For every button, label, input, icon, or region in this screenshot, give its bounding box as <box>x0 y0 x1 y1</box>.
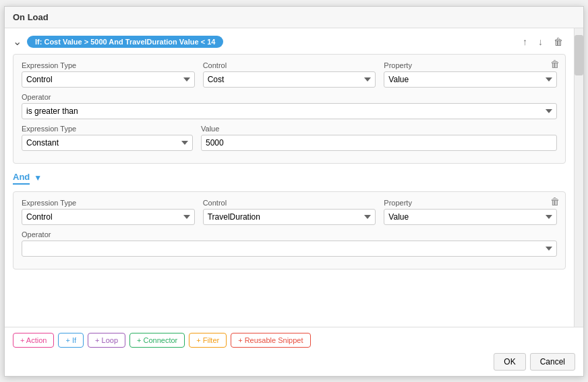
footer-ok-cancel: OK Cancel <box>13 353 575 371</box>
add-connector-button[interactable]: + Connector <box>129 333 185 348</box>
title-text: On Load <box>13 12 49 22</box>
condition-left: ⌄ If: Cost Value > 5000 And TravelDurati… <box>13 35 223 48</box>
condition2-row2: Operator <box>22 230 557 257</box>
operator-label-2: Operator <box>22 230 557 238</box>
if-badge: If: Cost Value > 5000 And TravelDuration… <box>27 36 223 48</box>
add-filter-button[interactable]: + Filter <box>189 333 227 348</box>
move-down-button[interactable]: ↓ <box>535 35 546 49</box>
expression-type-label-2: Expression Type <box>22 199 195 207</box>
condition-box-2: 🗑 Expression Type Control Control Travel… <box>13 191 566 269</box>
add-snippet-button[interactable]: + Reusable Snippet <box>231 333 310 348</box>
condition1-row1: Expression Type Control Control Cost Pro… <box>22 61 557 88</box>
and-connector: And ▼ <box>13 169 566 187</box>
action-buttons: + Action + If + Loop + Connector + Filte… <box>13 333 575 348</box>
expression-type2-group-1: Expression Type Constant <box>22 125 193 151</box>
cancel-button[interactable]: Cancel <box>530 353 575 371</box>
add-action-button[interactable]: + Action <box>13 333 54 348</box>
expression-type-select-1[interactable]: Control <box>22 71 195 88</box>
condition-box-1: 🗑 Expression Type Control Control Cost <box>13 54 566 164</box>
expression-type-group-2: Expression Type Control <box>22 199 195 225</box>
scrollbar-thumb[interactable] <box>575 35 583 75</box>
expression-type-label-1: Expression Type <box>22 61 195 69</box>
delete-condition-button[interactable]: 🗑 <box>551 35 566 49</box>
condition1-row3: Expression Type Constant Value <box>22 125 557 151</box>
add-if-button[interactable]: + If <box>58 333 84 348</box>
property-label-2: Property <box>384 199 557 207</box>
dialog-title: On Load <box>5 7 583 28</box>
delete-row-1-button[interactable]: 🗑 <box>550 59 560 69</box>
operator-group-1: Operator is greater than <box>22 93 557 119</box>
operator-label-1: Operator <box>22 93 557 101</box>
delete-row-2-button[interactable]: 🗑 <box>550 196 560 207</box>
dialog-footer: + Action + If + Loop + Connector + Filte… <box>5 327 583 376</box>
condition-header-right: ↑ ↓ 🗑 <box>520 35 566 49</box>
and-dropdown-icon[interactable]: ▼ <box>34 173 42 183</box>
move-up-button[interactable]: ↑ <box>520 35 530 49</box>
property-select-2[interactable]: Value <box>384 209 557 225</box>
add-loop-button[interactable]: + Loop <box>88 333 125 348</box>
expression-type-group-1: Expression Type Control <box>22 61 195 88</box>
value-label-1: Value <box>201 125 557 133</box>
property-group-1: Property Value <box>384 61 557 88</box>
chevron-down-icon[interactable]: ⌄ <box>13 35 22 48</box>
control-label-2: Control <box>203 199 376 207</box>
value-input-1[interactable] <box>201 135 557 151</box>
and-label: And <box>13 172 30 185</box>
expression-type2-select-1[interactable]: Constant <box>22 135 193 151</box>
control-group-2: Control TravelDuration <box>203 199 376 225</box>
control-label-1: Control <box>203 61 376 69</box>
scrollbar[interactable] <box>574 28 583 327</box>
control-select-1[interactable]: Cost <box>203 71 376 88</box>
ok-button[interactable]: OK <box>494 353 525 371</box>
property-group-2: Property Value <box>384 199 557 225</box>
condition1-row2: Operator is greater than <box>22 93 557 119</box>
property-label-1: Property <box>384 61 557 69</box>
property-select-1[interactable]: Value <box>384 71 557 88</box>
control-select-2[interactable]: TravelDuration <box>203 209 376 225</box>
expression-type-select-2[interactable]: Control <box>22 209 195 225</box>
value-group-1: Value <box>201 125 557 151</box>
expression-type2-label-1: Expression Type <box>22 125 193 133</box>
dialog-content: ⌄ If: Cost Value > 5000 And TravelDurati… <box>5 28 574 327</box>
condition-header: ⌄ If: Cost Value > 5000 And TravelDurati… <box>13 35 566 49</box>
operator-select-1[interactable]: is greater than <box>22 103 557 119</box>
dialog: On Load ⌄ If: Cost Value > 5000 And Trav… <box>4 6 584 377</box>
operator-select-2[interactable] <box>22 241 557 257</box>
operator-group-2: Operator <box>22 230 557 257</box>
condition2-row1: Expression Type Control Control TravelDu… <box>22 199 557 225</box>
control-group-1: Control Cost <box>203 61 376 88</box>
dialog-body: ⌄ If: Cost Value > 5000 And TravelDurati… <box>5 28 583 327</box>
